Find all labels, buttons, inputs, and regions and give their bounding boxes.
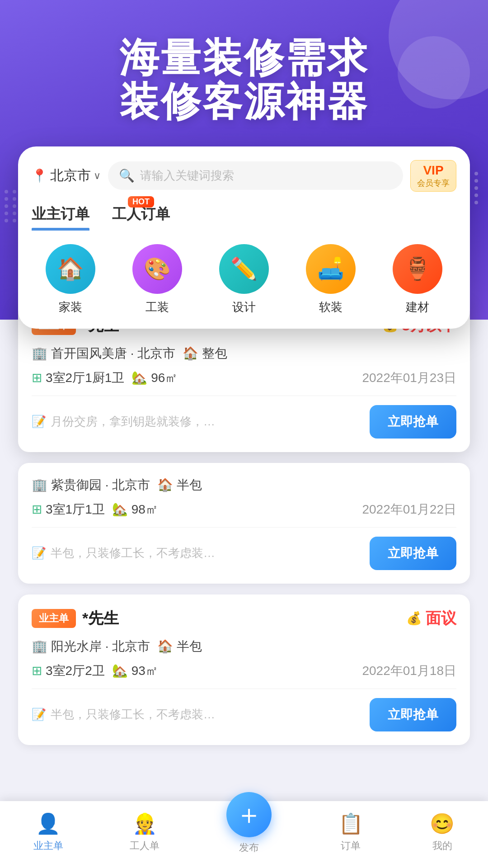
hero-section: 海量装修需求 装修客源神器 xyxy=(0,0,488,124)
note-icon-3: 📝 xyxy=(32,708,46,722)
package-icon-2: 🏠 xyxy=(157,477,173,492)
order-card-2: 🏢 紫贵御园 · 北京市 🏠 半包 ⊞ 3室1厅1卫 🏡 98㎡ 2 xyxy=(18,463,470,584)
price-text-3: 面议 xyxy=(426,608,456,629)
category-soft[interactable]: 🛋️ 软装 xyxy=(306,244,356,315)
category-row: 🏠 家装 🎨 工装 ✏️ 设计 🛋️ 软装 🏺 建材 xyxy=(32,244,456,315)
app-card: 📍 北京市 ∨ 🔍 请输入关键词搜索 VIP 会员专享 业主订单 工人订单 HO… xyxy=(18,146,470,329)
area-icon-3: 🏡 xyxy=(112,663,128,678)
nav-order[interactable]: 📋 订单 xyxy=(338,812,363,853)
note-icon-1: 📝 xyxy=(32,415,46,429)
date-text-2: 2022年01月22日 xyxy=(362,501,456,518)
package-text-2: 半包 xyxy=(177,476,202,494)
area-text-2: 98㎡ xyxy=(131,501,158,518)
search-row: 📍 北京市 ∨ 🔍 请输入关键词搜索 VIP 会员专享 xyxy=(32,160,456,192)
rooms-icon-3: ⊞ xyxy=(32,663,42,678)
rooms-info-3: ⊞ 3室2厅2卫 xyxy=(32,662,105,679)
nav-owner-label: 业主单 xyxy=(33,839,63,853)
tab-owner-orders[interactable]: 业主订单 xyxy=(32,204,89,231)
card-bottom-2: 📝 半包，只装修工长，不考虑装… 立即抢单 xyxy=(32,527,456,570)
search-box[interactable]: 🔍 请输入关键词搜索 xyxy=(108,161,403,190)
area-info-1: 🏡 96㎡ xyxy=(131,369,178,387)
card-note-3: 📝 半包，只装修工长，不考虑装… xyxy=(32,707,370,722)
search-placeholder: 请输入关键词搜索 xyxy=(140,168,234,184)
category-home[interactable]: 🏠 家装 xyxy=(46,244,95,315)
nav-mine-label: 我的 xyxy=(432,839,452,853)
package-info-1: 🏠 整包 xyxy=(183,345,227,362)
package-text-1: 整包 xyxy=(202,345,227,362)
location-button[interactable]: 📍 北京市 ∨ xyxy=(32,166,101,185)
note-text-3: 半包，只装修工长，不考虑装… xyxy=(51,707,215,722)
package-icon-3: 🏠 xyxy=(157,639,173,654)
location-pin-icon: 📍 xyxy=(32,168,47,183)
building-icon-2: 🏢 xyxy=(32,477,47,492)
category-commercial-label: 工装 xyxy=(145,299,169,315)
grab-button-3[interactable]: 立即抢单 xyxy=(370,698,456,731)
community-text-2: 紫贵御园 · 北京市 xyxy=(51,476,150,494)
date-text-1: 2022年01月23日 xyxy=(362,369,456,387)
card-bottom-3: 📝 半包，只装修工长，不考虑装… 立即抢单 xyxy=(32,689,456,731)
area-info-3: 🏡 93㎡ xyxy=(112,662,158,679)
category-soft-icon: 🛋️ xyxy=(306,244,356,294)
card-detail-row-3: ⊞ 3室2厅2卫 🏡 93㎡ 2022年01月18日 xyxy=(32,662,456,679)
fab-publish-button[interactable]: ＋ xyxy=(226,792,272,837)
area-info-2: 🏡 98㎡ xyxy=(112,501,158,518)
tab-worker-orders[interactable]: 工人订单 HOT xyxy=(112,204,170,231)
rooms-text-3: 3室2厅2卫 xyxy=(46,662,105,679)
note-text-1: 月份交房，拿到钥匙就装修，… xyxy=(51,414,215,429)
area-icon-2: 🏡 xyxy=(112,502,128,517)
note-icon-2: 📝 xyxy=(32,546,46,560)
bottom-navigation: 👤 业主单 👷 工人单 ＋ 发布 📋 订单 😊 我的 xyxy=(0,801,488,868)
content-area: 业主单 *先生 💰 5万以下 🏢 首开国风美唐 · 北京市 xyxy=(0,320,488,828)
area-text-3: 93㎡ xyxy=(131,662,158,679)
fab-plus-icon: ＋ xyxy=(235,797,263,833)
area-icon-1: 🏡 xyxy=(131,370,147,385)
nav-worker-label: 工人单 xyxy=(130,839,160,853)
nav-publish[interactable]: ＋ 发布 xyxy=(226,810,272,854)
note-text-2: 半包，只装修工长，不考虑装… xyxy=(51,545,215,561)
community-text-3: 阳光水岸 · 北京市 xyxy=(51,638,150,655)
nav-order-icon: 📋 xyxy=(338,812,363,835)
grab-button-2[interactable]: 立即抢单 xyxy=(370,537,456,570)
community-text-1: 首开国风美唐 · 北京市 xyxy=(51,345,175,362)
category-soft-label: 软装 xyxy=(319,299,343,315)
category-material-label: 建材 xyxy=(406,299,429,315)
hero-title-1: 海量装修需求 xyxy=(27,36,461,80)
rooms-info-1: ⊞ 3室2厅1厨1卫 xyxy=(32,369,124,387)
package-info-3: 🏠 半包 xyxy=(157,638,202,655)
rooms-text-2: 3室1厅1卫 xyxy=(46,501,105,518)
package-text-3: 半包 xyxy=(177,638,202,655)
vip-sublabel: 会员专享 xyxy=(417,178,450,189)
card-note-1: 📝 月份交房，拿到钥匙就装修，… xyxy=(32,414,370,429)
package-info-2: 🏠 半包 xyxy=(157,476,202,494)
nav-mine-icon: 😊 xyxy=(430,812,455,835)
vip-label: VIP xyxy=(423,163,443,178)
rooms-info-2: ⊞ 3室1厅1卫 xyxy=(32,501,105,518)
hero-title-2: 装修客源神器 xyxy=(27,80,461,124)
card-detail-row-2: ⊞ 3室1厅1卫 🏡 98㎡ 2022年01月22日 xyxy=(32,501,456,518)
owner-badge-3: 业主单 xyxy=(32,609,76,628)
price-info-3: 💰 面议 xyxy=(406,608,456,629)
category-material-icon: 🏺 xyxy=(393,244,442,294)
category-design[interactable]: ✏️ 设计 xyxy=(219,244,269,315)
nav-owner[interactable]: 👤 业主单 xyxy=(33,812,63,853)
nav-worker[interactable]: 👷 工人单 xyxy=(130,812,160,853)
search-icon: 🔍 xyxy=(119,168,135,183)
date-text-3: 2022年01月18日 xyxy=(362,662,456,679)
nav-mine[interactable]: 😊 我的 xyxy=(430,812,455,853)
tabs-row: 业主订单 工人订单 HOT xyxy=(32,204,456,231)
vip-badge[interactable]: VIP 会员专享 xyxy=(410,160,456,192)
grab-button-1[interactable]: 立即抢单 xyxy=(370,405,456,439)
rooms-icon-2: ⊞ xyxy=(32,502,42,517)
community-info-3: 🏢 阳光水岸 · 北京市 xyxy=(32,638,150,655)
category-design-icon: ✏️ xyxy=(219,244,269,294)
card-detail-row-1: ⊞ 3室2厅1厨1卫 🏡 96㎡ 2022年01月23日 xyxy=(32,369,456,387)
category-commercial-icon: 🎨 xyxy=(132,244,182,294)
location-text: 北京市 xyxy=(50,166,91,185)
hot-badge: HOT xyxy=(128,196,154,208)
nav-worker-icon: 👷 xyxy=(132,812,157,835)
community-info-1: 🏢 首开国风美唐 · 北京市 xyxy=(32,345,175,362)
card-location-row-2: 🏢 紫贵御园 · 北京市 🏠 半包 xyxy=(32,476,456,494)
category-material[interactable]: 🏺 建材 xyxy=(393,244,442,315)
category-commercial[interactable]: 🎨 工装 xyxy=(132,244,182,315)
customer-name-3: *先生 xyxy=(82,608,119,629)
